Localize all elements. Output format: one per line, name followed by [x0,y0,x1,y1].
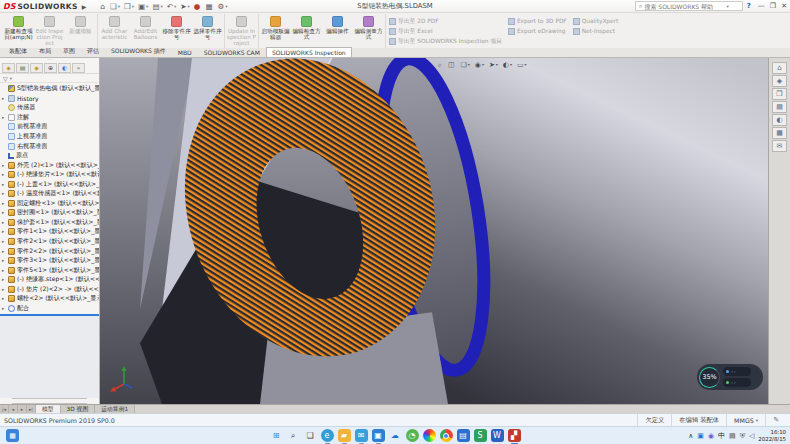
tree-item[interactable]: ▸ 固定螺栓<1> (默认<<默认>_显示 [0,199,99,209]
custom-properties-tab[interactable]: ▦ [772,127,787,139]
appearance-icon[interactable]: ◐ ▾ [503,61,512,69]
tree-item[interactable]: ▸ (-) 上盖<1> (默认<<默认>_显示状 [0,179,99,189]
view-palette-tab[interactable]: ▤ [772,101,787,113]
export-button[interactable]: 导出至 SOLIDWORKS Inspection 项目 [389,36,502,46]
commandmanager-tab[interactable]: 评估 [81,45,105,57]
export-button[interactable]: 导出至 Excel [389,26,502,36]
tree-item[interactable]: ▸ 密封圈<1> (默认<<默认>_显示状 [0,208,99,218]
tree-item[interactable]: ▸ 零件2<1> (默认<<默认>_显示状 [0,237,99,247]
export-button[interactable]: Export eDrawing [508,26,567,36]
word-icon[interactable]: W [491,429,504,442]
taskbar-clock[interactable]: 16:10 2022/8/15 [758,429,786,441]
ribbon-button[interactable]: 新建检查项目(amp;N) [3,14,34,48]
forum-tab[interactable]: ✉ [772,140,787,152]
open-icon[interactable]: ❒ ▾ [124,2,134,11]
home-icon[interactable]: ⌂ [100,2,106,11]
tree-item[interactable]: ▸ 零件2<2> (默认<<默认>_显示状 [0,246,99,256]
widgets-button[interactable]: ▦ [6,429,19,442]
edge-icon[interactable]: e [321,429,334,442]
commandmanager-tab[interactable]: 布局 [33,45,57,57]
ribbon-button[interactable]: 选择零件序号 [192,14,223,48]
tab-nav-button[interactable]: ▸ [18,405,27,413]
print-icon[interactable]: ▤ ▾ [152,2,162,11]
green-app-icon[interactable]: ◔ [406,429,419,442]
displaymanager-tab[interactable]: ◐ [58,63,71,73]
tree-item[interactable]: 前视基准面 [0,122,99,132]
ime-language-indicator[interactable]: 中 [718,431,725,441]
ribbon-button[interactable]: Add Characteristic [99,14,130,48]
search-button[interactable]: ⌕ [287,429,300,442]
tree-item[interactable]: ▸ (-) 温度传感器<1> (默认<<默认>_ [0,189,99,199]
tree-item[interactable]: ▸ 零件1<1> (默认<<默认>_显示状态 [0,227,99,237]
store-icon[interactable]: ▣ [372,429,385,442]
commandmanager-tab[interactable]: SOLIDWORKS CAM [198,47,266,57]
defender-icon[interactable]: ⛨ [740,432,745,440]
tree-item[interactable]: 上视基准面 [0,132,99,142]
export-button[interactable]: Net-Inspect [573,26,619,36]
propertymanager-tab[interactable]: ▤ [16,63,29,73]
minimize-button[interactable]: — [758,2,765,10]
tab-nav-button[interactable]: ◂ [9,405,18,413]
blue-app-icon[interactable]: ▤ [457,429,470,442]
close-button[interactable]: ✕ [781,2,787,10]
overlay-button-top[interactable]: ‹› [723,367,751,376]
onedrive-icon[interactable]: ☁ [389,429,402,442]
search-caret-icon[interactable]: ▾ [726,4,728,9]
graphics-viewport[interactable]: ⌕ ◫ ❏ ▾ ◉ ▾ ➤ ▾ ◐ ▾ ▭ [100,58,768,404]
tree-item[interactable]: ▸ 外壳 (2)<1> (默认<<默认>_显示状 [0,160,99,170]
wps-icon[interactable]: S [474,429,487,442]
commandmanager-tab[interactable]: SOLIDWORKS Inspection [266,47,352,57]
ribbon-button[interactable]: Add/Edit Balloons [130,14,161,48]
search-input[interactable] [644,3,724,10]
save-icon[interactable]: ▣ ▾ [138,2,148,11]
tree-item[interactable]: ▸ (-) 绝缘垫片<1> (默认<<默认>_显 [0,170,99,180]
rainbow-browser-icon[interactable] [423,429,436,442]
tree-item[interactable]: 原点 [0,151,99,161]
mail-icon[interactable]: ✉ [355,429,368,442]
export-button[interactable]: 导出至 2D PDF [389,16,502,26]
help-icon[interactable]: ? [747,2,751,10]
tree-item[interactable]: ▸ History [0,94,99,104]
commandmanager-tab[interactable]: MBD [172,47,198,57]
tree-item[interactable]: ▸ (-) 绝缘塞.step<1> (默认<<默认> [0,275,99,285]
help-search-box[interactable]: ⌕ ▾ [635,1,743,11]
tree-item[interactable]: ▸ 零件5<1> (默认<<默认>_显示状 [0,265,99,275]
rebuild-traffic-light-icon[interactable]: ● [194,2,202,11]
menu-expand-arrow-icon[interactable]: ▶ [82,3,87,10]
ribbon-button[interactable]: 编辑检查方式 [291,14,322,48]
zoom-fit-icon[interactable]: ⌕ [438,61,443,69]
tab-nav-button[interactable]: |◂ [0,405,9,413]
tree-item[interactable]: ▸ 配合 [0,304,99,314]
document-tab[interactable]: 3D 视图 [61,405,96,413]
chrome-icon[interactable] [440,429,453,442]
overlay-button-bottom[interactable]: ‹› [723,378,751,387]
tree-item[interactable]: ▸ 保护套<1> (默认<<默认>_显示状 [0,218,99,228]
solidworks-resources-tab[interactable]: ⌂ [772,62,787,74]
tray-expand-icon[interactable]: ∧ [688,432,693,440]
export-button[interactable]: Export to 3D PDF [508,16,567,26]
commandmanager-tab[interactable]: 装配体 [3,45,33,57]
document-tab[interactable]: 运动算例1 [95,405,135,413]
view-settings-icon[interactable]: ▭ ▾ [517,61,527,69]
ribbon-button[interactable]: 新建模板 [65,14,96,48]
tree-filter[interactable]: ▽ ▾ [0,74,99,83]
design-library-tab[interactable]: ◈ [772,75,787,87]
view-orientation-icon[interactable]: ❏ ▾ [461,61,470,69]
recorder-overlay[interactable]: 35% ‹› ‹› [697,364,763,390]
tree-item[interactable]: S型铠装热电偶 (默认<默认_显示状态-1 [0,84,99,94]
ribbon-button[interactable]: Edit Inspection Project [34,14,65,48]
ribbon-button[interactable]: 编辑操作 [322,14,353,48]
solidworks-taskbar-icon[interactable]: ▞ [508,429,521,442]
file-properties-icon[interactable]: ▦ [205,2,213,11]
featuremanager-tree-tab[interactable]: ◈ [2,63,15,73]
select-cursor-icon[interactable]: ➤ ▾ [180,2,190,11]
ribbon-button[interactable]: Update Inspection Project [226,14,257,48]
start-button[interactable]: ⊞ [270,429,283,442]
tray-blue-app-icon[interactable]: ▣ [697,432,704,440]
ribbon-button[interactable]: 启动模板编辑器 [260,14,291,48]
undo-icon[interactable]: ↶ ▾ [167,2,177,11]
maximize-button[interactable]: ❐ [770,2,776,10]
new-document-icon[interactable]: ❏ ▾ [110,2,120,11]
tab-nav-button[interactable]: ▸| [27,405,36,413]
hide-show-items-icon[interactable]: ➤ ▾ [489,61,498,69]
